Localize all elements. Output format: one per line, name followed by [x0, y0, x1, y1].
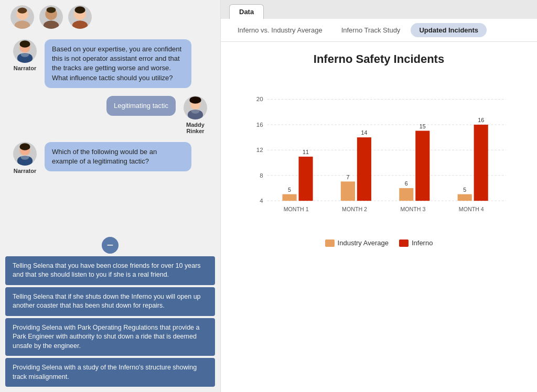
- option-4[interactable]: Providing Selena with a study of the Inf…: [5, 358, 215, 387]
- top-avatars: [0, 0, 220, 34]
- bar-m2-inferno: [357, 137, 371, 201]
- chart-area: Inferno Safety Incidents 4 8 12 16 20: [221, 42, 537, 392]
- legend-industry-label: Industry Average: [338, 239, 389, 247]
- option-3[interactable]: Providing Selena with Park Operating Reg…: [5, 318, 215, 356]
- svg-point-22: [19, 143, 30, 150]
- svg-text:16: 16: [256, 121, 263, 128]
- narrator2-label: Narrator: [14, 168, 36, 174]
- narrator2-avatar-wrap: Narrator: [10, 142, 39, 174]
- bar-m4-industry: [458, 194, 472, 201]
- option-2[interactable]: Telling Selena that if she shuts down th…: [5, 287, 215, 316]
- svg-text:MONTH 1: MONTH 1: [284, 206, 309, 212]
- legend-inferno-color: [399, 239, 409, 247]
- svg-text:MONTH 3: MONTH 3: [400, 206, 425, 212]
- top-tab-bar: Data: [221, 0, 537, 19]
- sub-tab-bar: Inferno vs. Industry Average Inferno Tra…: [221, 19, 537, 42]
- svg-text:5: 5: [288, 187, 291, 193]
- bar-m1-industry: [282, 194, 296, 201]
- chart-legend: Industry Average Inferno: [325, 239, 433, 247]
- maddy-bubble: Legitimating tactic: [106, 96, 176, 116]
- bar-chart: 4 8 12 16 20 5 11 MONTH 1: [242, 77, 516, 234]
- narrator-avatar-wrap: Narrator: [10, 39, 39, 71]
- option-1[interactable]: Telling Selena that you have been close …: [5, 256, 215, 285]
- divider: −: [0, 237, 220, 254]
- svg-point-7: [47, 7, 56, 13]
- narrator-bubble-1: Based on your expertise, you are confide…: [45, 39, 191, 88]
- svg-point-3: [18, 8, 27, 14]
- maddy-name-label: Maddy Rinker: [186, 122, 205, 134]
- svg-point-11: [74, 6, 85, 14]
- tab-data[interactable]: Data: [229, 4, 264, 19]
- narrator-label: Narrator: [14, 65, 36, 71]
- svg-point-5: [44, 20, 59, 29]
- legend-industry-color: [325, 239, 335, 247]
- svg-text:5: 5: [463, 187, 466, 193]
- svg-text:8: 8: [260, 172, 263, 179]
- svg-text:6: 6: [405, 180, 408, 187]
- chat-row-maddy: Maddy Rinker Legitimating tactic: [10, 96, 210, 134]
- svg-point-19: [191, 109, 200, 114]
- narrator-bubble-2: Which of the following would be an examp…: [45, 142, 191, 171]
- chat-area: Narrator Based on your expertise, you ar…: [0, 34, 220, 234]
- svg-text:12: 12: [256, 146, 263, 153]
- chat-row-narrator1: Narrator Based on your expertise, you ar…: [10, 39, 210, 88]
- sub-tab-track[interactable]: Inferno Track Study: [333, 23, 409, 37]
- svg-text:15: 15: [420, 123, 426, 129]
- svg-text:11: 11: [303, 149, 309, 155]
- minus-button[interactable]: −: [102, 237, 119, 254]
- maddy-avatar-wrap: Maddy Rinker: [181, 96, 210, 134]
- legend-inferno: Inferno: [399, 239, 433, 247]
- right-panel: Data Inferno vs. Industry Average Infern…: [220, 0, 537, 392]
- maddy-avatar: [184, 96, 207, 119]
- chart-container: 4 8 12 16 20 5 11 MONTH 1: [242, 77, 516, 234]
- svg-text:MONTH 2: MONTH 2: [342, 206, 367, 212]
- bar-m3-inferno: [415, 131, 429, 201]
- svg-text:7: 7: [346, 174, 349, 180]
- svg-text:4: 4: [260, 197, 263, 204]
- bar-m2-industry: [341, 181, 355, 201]
- svg-point-15: [21, 52, 29, 57]
- sub-tab-industry[interactable]: Inferno vs. Industry Average: [229, 23, 331, 37]
- answer-options: Telling Selena that you have been close …: [0, 256, 220, 393]
- bar-m3-industry: [399, 188, 413, 201]
- legend-inferno-label: Inferno: [412, 239, 433, 247]
- avatar-3: [68, 5, 92, 29]
- chart-title: Inferno Safety Incidents: [314, 52, 444, 66]
- svg-point-9: [72, 20, 88, 29]
- svg-point-23: [21, 155, 29, 160]
- svg-text:MONTH 4: MONTH 4: [459, 206, 484, 212]
- svg-text:20: 20: [256, 95, 263, 102]
- legend-industry: Industry Average: [325, 239, 389, 247]
- svg-point-1: [15, 20, 30, 29]
- svg-point-18: [189, 96, 201, 104]
- narrator2-avatar: [13, 142, 37, 166]
- left-panel: Narrator Based on your expertise, you ar…: [0, 0, 220, 392]
- avatar-2: [39, 5, 63, 29]
- svg-text:16: 16: [478, 117, 484, 123]
- svg-point-14: [19, 40, 30, 48]
- svg-text:14: 14: [361, 129, 367, 136]
- narrator-avatar: [13, 39, 37, 63]
- chat-row-narrator2: Narrator Which of the following would be…: [10, 142, 210, 174]
- sub-tab-incidents[interactable]: Updated Incidents: [411, 23, 487, 37]
- bar-m4-inferno: [474, 125, 488, 201]
- avatar-1: [10, 5, 34, 29]
- bar-m1-inferno: [298, 157, 313, 201]
